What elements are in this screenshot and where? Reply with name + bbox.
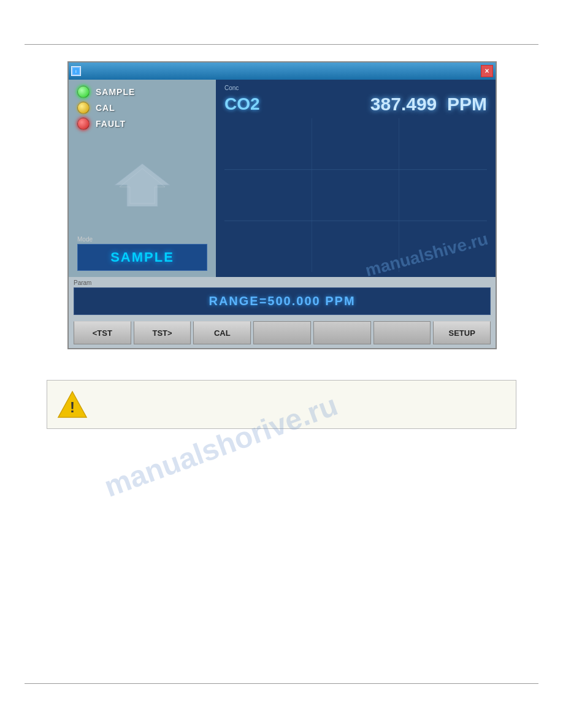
chart-svg [224,118,487,272]
conc-label: Conc [224,85,487,91]
top-rule [25,44,538,45]
up-arrow-icon [115,164,170,207]
button-row: <TST TST> CAL SETUP [69,317,496,348]
window-content: SAMPLE CAL FAULT [69,80,496,348]
conc-panel: Conc CO2 387.499 PPM [216,80,496,277]
tst-prev-button[interactable]: <TST [74,321,131,344]
tst-next-button[interactable]: TST> [134,321,191,344]
param-box: RANGE=500.000 PPM [74,287,491,315]
conc-gas: CO2 [224,94,260,114]
top-section: SAMPLE CAL FAULT [69,80,496,277]
cal-label: CAL [96,103,115,113]
mode-box: SAMPLE [77,244,207,271]
warning-box: ! [47,380,516,429]
sample-status-item: SAMPLE [77,86,207,98]
mode-value: SAMPLE [110,249,174,265]
mode-section: Mode SAMPLE [77,236,207,271]
svg-text:i: i [75,69,77,74]
warning-icon: ! [57,389,88,420]
mode-label: Mode [77,236,207,243]
left-panel: SAMPLE CAL FAULT [69,80,216,277]
close-button[interactable]: × [481,65,493,77]
param-section: Param RANGE=500.000 PPM [69,277,496,317]
fault-status-item: FAULT [77,118,207,130]
title-bar-icon: i [71,66,81,76]
arrow-area [77,140,207,230]
sample-led [77,86,90,98]
param-label: Param [74,279,491,286]
svg-marker-2 [115,164,170,207]
title-bar: i × [69,63,496,80]
main-window: i × SAMPLE CAL [67,61,497,349]
empty-button-1[interactable] [253,321,311,344]
cal-button[interactable]: CAL [193,321,251,344]
bottom-rule [25,683,538,684]
chart-area [224,118,487,272]
empty-button-3[interactable] [373,321,431,344]
cal-status-item: CAL [77,102,207,114]
fault-label: FAULT [96,119,126,129]
conc-reading: 387.499 PPM [272,94,487,115]
svg-text:!: ! [70,399,75,415]
sample-label: SAMPLE [96,87,135,97]
setup-button[interactable]: SETUP [433,321,491,344]
conc-display: CO2 387.499 PPM [224,94,487,115]
cal-led [77,102,90,114]
param-value: RANGE=500.000 PPM [209,294,355,308]
fault-led [77,118,90,130]
empty-button-2[interactable] [313,321,371,344]
